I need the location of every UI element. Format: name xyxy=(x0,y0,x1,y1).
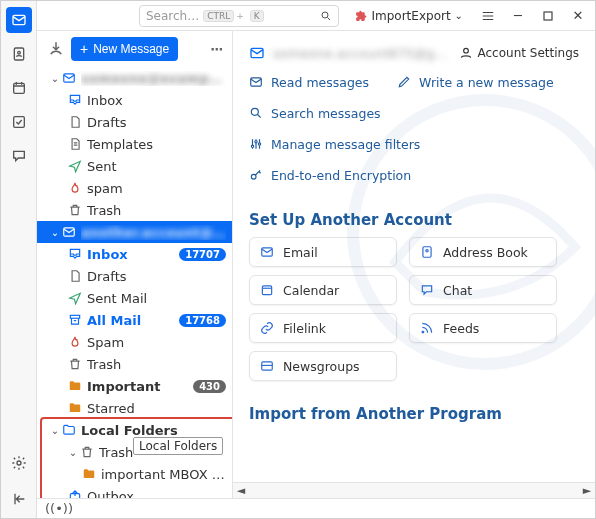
window-minimize[interactable]: ─ xyxy=(507,5,529,27)
folder-starred[interactable]: Starred xyxy=(37,397,232,419)
mail-icon xyxy=(249,75,264,90)
addressbook-icon xyxy=(420,245,434,259)
card-calendar[interactable]: Calendar xyxy=(249,275,397,305)
account-settings-link[interactable]: Account Settings xyxy=(459,46,579,60)
svg-rect-7 xyxy=(544,12,552,20)
folder-allmail[interactable]: All Mail17768 xyxy=(37,309,232,331)
plugin-dropdown[interactable]: ImportExport ⌄ xyxy=(355,9,464,23)
rail-collapse[interactable] xyxy=(6,486,32,512)
svg-point-6 xyxy=(322,12,328,18)
folder-inbox[interactable]: Inbox17707 xyxy=(37,243,232,265)
card-newsgroups[interactable]: Newsgroups xyxy=(249,351,397,381)
folder-trash[interactable]: Trash xyxy=(37,199,232,221)
folder-important[interactable]: Important430 xyxy=(37,375,232,397)
svg-rect-24 xyxy=(262,286,271,295)
kbd-k: K xyxy=(250,10,264,22)
folder-icon xyxy=(61,422,77,438)
new-message-button[interactable]: +New Message xyxy=(71,37,178,61)
svg-point-17 xyxy=(251,145,253,147)
rail-settings[interactable] xyxy=(6,450,32,476)
folder-sentmail[interactable]: Sent Mail xyxy=(37,287,232,309)
mail-icon xyxy=(260,245,274,259)
folder-icon xyxy=(67,378,83,394)
addressbook-icon xyxy=(11,46,27,62)
svg-point-2 xyxy=(17,51,20,54)
local-outbox[interactable]: Outbox xyxy=(37,485,232,498)
account-row[interactable]: ⌄someone@example.mail xyxy=(37,67,232,89)
get-messages-button[interactable] xyxy=(47,40,65,58)
folder-tree: ⌄someone@example.mail Inbox Drafts Templ… xyxy=(37,67,232,498)
flame-icon xyxy=(67,180,83,196)
link-icon xyxy=(260,321,274,335)
sliders-icon xyxy=(249,137,264,152)
trash-icon xyxy=(67,202,83,218)
card-chat[interactable]: Chat xyxy=(409,275,557,305)
action-write[interactable]: Write a new message xyxy=(397,75,554,90)
chat-icon xyxy=(11,148,27,164)
folder-pane-options[interactable]: ⋯ xyxy=(206,42,228,57)
doc-icon xyxy=(67,268,83,284)
folder-inbox[interactable]: Inbox xyxy=(37,89,232,111)
folder-spam[interactable]: spam xyxy=(37,177,232,199)
scroll-right-icon[interactable]: ► xyxy=(579,484,595,497)
key-icon xyxy=(249,168,264,183)
archive-icon xyxy=(67,312,83,328)
newsgroups-icon xyxy=(260,359,274,373)
folder-sent[interactable]: Sent xyxy=(37,155,232,177)
inbox-icon xyxy=(67,246,83,262)
folder-icon xyxy=(67,400,83,416)
card-filelink[interactable]: Filelink xyxy=(249,313,397,343)
action-e2e[interactable]: End-to-end Encryption xyxy=(249,168,411,183)
doc-icon xyxy=(67,136,83,152)
setup-cards: Email Address Book Calendar Chat Filelin… xyxy=(233,237,595,391)
rail-addressbook[interactable] xyxy=(6,41,32,67)
folder-trash[interactable]: Trash xyxy=(37,353,232,375)
local-mbox-file[interactable]: important MBOX file xyxy=(37,463,232,485)
rail-chat[interactable] xyxy=(6,143,32,169)
kbd-ctrl: CTRL xyxy=(203,10,234,22)
svg-point-25 xyxy=(422,331,424,333)
folder-drafts[interactable]: Drafts xyxy=(37,111,232,133)
action-filters[interactable]: Manage message filters xyxy=(249,137,420,152)
card-addressbook[interactable]: Address Book xyxy=(409,237,557,267)
user-gear-icon xyxy=(459,46,473,60)
horizontal-scrollbar[interactable]: ◄► xyxy=(233,482,595,498)
calendar-icon xyxy=(260,283,274,297)
scroll-left-icon[interactable]: ◄ xyxy=(233,484,249,497)
action-read[interactable]: Read messages xyxy=(249,75,369,90)
account-row[interactable]: ⌄another.account@gmail xyxy=(37,221,232,243)
rail-calendar[interactable] xyxy=(6,75,32,101)
folder-spam[interactable]: Spam xyxy=(37,331,232,353)
account-label: someone@example.mail xyxy=(81,71,226,86)
import-heading: Import from Another Program xyxy=(233,391,595,431)
rss-icon xyxy=(420,321,434,335)
gear-icon xyxy=(11,455,27,471)
tasks-icon xyxy=(11,114,27,130)
trash-icon xyxy=(79,444,95,460)
pencil-icon xyxy=(397,75,412,90)
appmenu-button[interactable] xyxy=(477,5,499,27)
count-badge: 17768 xyxy=(179,314,226,327)
card-email[interactable]: Email xyxy=(249,237,397,267)
window-close[interactable]: ✕ xyxy=(567,5,589,27)
mail-icon xyxy=(249,45,265,61)
search-input[interactable]: Search… CTRL + K xyxy=(139,5,339,27)
search-icon xyxy=(249,106,264,121)
card-feeds[interactable]: Feeds xyxy=(409,313,557,343)
inbox-icon xyxy=(67,92,83,108)
chevron-down-icon: ⌄ xyxy=(455,10,463,21)
svg-rect-3 xyxy=(13,83,24,93)
doc-icon xyxy=(67,114,83,130)
window-maximize[interactable] xyxy=(537,5,559,27)
rail-tasks[interactable] xyxy=(6,109,32,135)
svg-point-20 xyxy=(251,174,256,179)
folder-templates[interactable]: Templates xyxy=(37,133,232,155)
action-search[interactable]: Search messages xyxy=(249,106,381,121)
setup-heading: Set Up Another Account xyxy=(233,197,595,237)
svg-point-16 xyxy=(251,108,258,115)
rail-mail[interactable] xyxy=(6,7,32,33)
svg-point-14 xyxy=(463,48,468,53)
chat-icon xyxy=(420,283,434,297)
folder-drafts[interactable]: Drafts xyxy=(37,265,232,287)
count-badge: 17707 xyxy=(179,248,226,261)
